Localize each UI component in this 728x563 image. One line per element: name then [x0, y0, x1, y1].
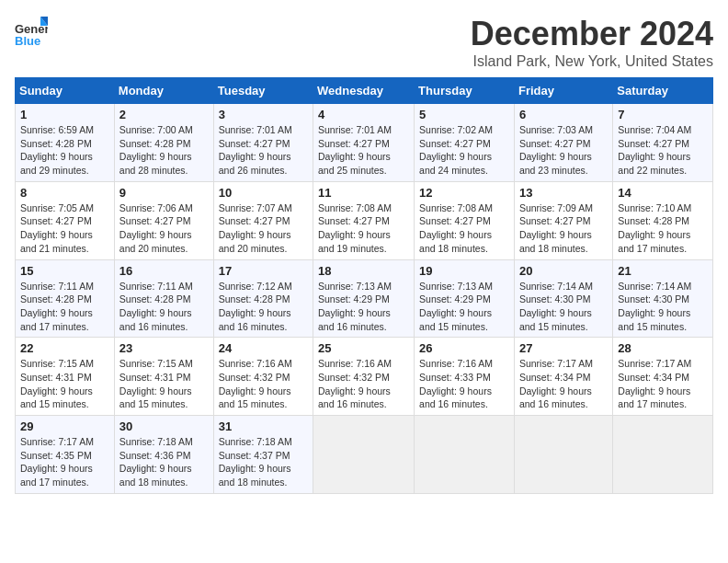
calendar-cell: 28Sunrise: 7:17 AMSunset: 4:34 PMDayligh… [613, 338, 713, 416]
day-number: 4 [318, 108, 409, 121]
calendar-cell: 24Sunrise: 7:16 AMSunset: 4:32 PMDayligh… [213, 338, 313, 416]
calendar-cell: 29Sunrise: 7:17 AMSunset: 4:35 PMDayligh… [16, 416, 115, 494]
calendar-cell: 17Sunrise: 7:12 AMSunset: 4:28 PMDayligh… [213, 259, 313, 338]
day-number: 7 [618, 108, 708, 121]
day-number: 14 [618, 186, 708, 200]
day-number: 18 [318, 264, 409, 278]
calendar-cell: 19Sunrise: 7:13 AMSunset: 4:29 PMDayligh… [415, 259, 515, 338]
day-info: Sunrise: 7:04 AMSunset: 4:27 PMDaylight:… [618, 123, 708, 178]
calendar-cell: 31Sunrise: 7:18 AMSunset: 4:37 PMDayligh… [213, 416, 313, 494]
header-saturday: Saturday [613, 78, 713, 104]
calendar-cell: 21Sunrise: 7:14 AMSunset: 4:30 PMDayligh… [613, 259, 713, 338]
day-number: 22 [20, 341, 109, 355]
day-number: 30 [119, 419, 209, 433]
calendar-table: SundayMondayTuesdayWednesdayThursdayFrid… [15, 77, 713, 494]
day-number: 20 [519, 264, 608, 278]
day-number: 8 [20, 186, 109, 200]
calendar-cell [613, 416, 713, 494]
day-info: Sunrise: 7:14 AMSunset: 4:30 PMDaylight:… [618, 280, 708, 334]
calendar-subtitle: Island Park, New York, United States [471, 53, 713, 70]
calendar-week-row: 15Sunrise: 7:11 AMSunset: 4:28 PMDayligh… [16, 259, 713, 338]
day-info: Sunrise: 7:15 AMSunset: 4:31 PMDaylight:… [20, 357, 109, 411]
day-number: 5 [419, 108, 509, 121]
calendar-cell: 11Sunrise: 7:08 AMSunset: 4:27 PMDayligh… [313, 181, 415, 259]
day-info: Sunrise: 7:11 AMSunset: 4:28 PMDaylight:… [20, 280, 109, 334]
day-number: 21 [618, 264, 708, 278]
calendar-cell: 14Sunrise: 7:10 AMSunset: 4:28 PMDayligh… [613, 181, 713, 259]
day-number: 27 [519, 341, 608, 355]
title-area: December 2024 Island Park, New York, Uni… [471, 15, 713, 70]
calendar-cell: 7Sunrise: 7:04 AMSunset: 4:27 PMDaylight… [613, 104, 713, 182]
day-info: Sunrise: 7:13 AMSunset: 4:29 PMDaylight:… [419, 280, 509, 334]
calendar-cell: 26Sunrise: 7:16 AMSunset: 4:33 PMDayligh… [415, 338, 515, 416]
calendar-cell: 10Sunrise: 7:07 AMSunset: 4:27 PMDayligh… [213, 181, 313, 259]
day-number: 19 [419, 264, 509, 278]
calendar-cell [514, 416, 612, 494]
calendar-cell: 6Sunrise: 7:03 AMSunset: 4:27 PMDaylight… [514, 104, 612, 182]
day-number: 25 [318, 341, 409, 355]
day-info: Sunrise: 7:03 AMSunset: 4:27 PMDaylight:… [519, 123, 608, 178]
header-wednesday: Wednesday [313, 78, 415, 104]
day-info: Sunrise: 6:59 AMSunset: 4:28 PMDaylight:… [20, 123, 109, 178]
day-number: 23 [119, 341, 209, 355]
day-info: Sunrise: 7:15 AMSunset: 4:31 PMDaylight:… [119, 357, 209, 411]
day-info: Sunrise: 7:18 AMSunset: 4:36 PMDaylight:… [119, 435, 209, 489]
day-number: 13 [519, 186, 608, 200]
day-info: Sunrise: 7:05 AMSunset: 4:27 PMDaylight:… [20, 201, 109, 256]
day-info: Sunrise: 7:01 AMSunset: 4:27 PMDaylight:… [219, 123, 308, 178]
day-info: Sunrise: 7:08 AMSunset: 4:27 PMDaylight:… [318, 201, 409, 256]
day-info: Sunrise: 7:11 AMSunset: 4:28 PMDaylight:… [119, 280, 209, 334]
calendar-cell [313, 416, 415, 494]
day-number: 1 [20, 108, 109, 121]
day-number: 11 [318, 186, 409, 200]
calendar-cell: 23Sunrise: 7:15 AMSunset: 4:31 PMDayligh… [114, 338, 213, 416]
day-info: Sunrise: 7:01 AMSunset: 4:27 PMDaylight:… [318, 123, 409, 178]
header: General Blue December 2024 Island Park, … [15, 15, 713, 70]
calendar-cell: 5Sunrise: 7:02 AMSunset: 4:27 PMDaylight… [415, 104, 515, 182]
day-info: Sunrise: 7:06 AMSunset: 4:27 PMDaylight:… [119, 201, 209, 256]
header-sunday: Sunday [16, 78, 115, 104]
calendar-cell: 16Sunrise: 7:11 AMSunset: 4:28 PMDayligh… [114, 259, 213, 338]
day-info: Sunrise: 7:08 AMSunset: 4:27 PMDaylight:… [419, 201, 509, 256]
calendar-header-row: SundayMondayTuesdayWednesdayThursdayFrid… [16, 78, 713, 104]
day-number: 31 [219, 419, 308, 433]
day-number: 24 [219, 341, 308, 355]
day-info: Sunrise: 7:02 AMSunset: 4:27 PMDaylight:… [419, 123, 509, 178]
day-info: Sunrise: 7:00 AMSunset: 4:28 PMDaylight:… [119, 123, 209, 178]
day-info: Sunrise: 7:16 AMSunset: 4:33 PMDaylight:… [419, 357, 509, 411]
header-monday: Monday [114, 78, 213, 104]
calendar-cell: 27Sunrise: 7:17 AMSunset: 4:34 PMDayligh… [514, 338, 612, 416]
day-number: 26 [419, 341, 509, 355]
calendar-cell: 9Sunrise: 7:06 AMSunset: 4:27 PMDaylight… [114, 181, 213, 259]
calendar-cell: 25Sunrise: 7:16 AMSunset: 4:32 PMDayligh… [313, 338, 415, 416]
day-number: 16 [119, 264, 209, 278]
day-info: Sunrise: 7:16 AMSunset: 4:32 PMDaylight:… [318, 357, 409, 411]
calendar-cell: 22Sunrise: 7:15 AMSunset: 4:31 PMDayligh… [16, 338, 115, 416]
day-number: 2 [119, 108, 209, 121]
day-info: Sunrise: 7:14 AMSunset: 4:30 PMDaylight:… [519, 280, 608, 334]
header-friday: Friday [514, 78, 612, 104]
day-info: Sunrise: 7:13 AMSunset: 4:29 PMDaylight:… [318, 280, 409, 334]
day-number: 12 [419, 186, 509, 200]
day-info: Sunrise: 7:10 AMSunset: 4:28 PMDaylight:… [618, 201, 708, 256]
calendar-title: December 2024 [471, 15, 713, 53]
calendar-cell: 1Sunrise: 6:59 AMSunset: 4:28 PMDaylight… [16, 104, 115, 182]
day-number: 29 [20, 419, 109, 433]
calendar-cell: 18Sunrise: 7:13 AMSunset: 4:29 PMDayligh… [313, 259, 415, 338]
calendar-cell: 8Sunrise: 7:05 AMSunset: 4:27 PMDaylight… [16, 181, 115, 259]
logo: General Blue [15, 15, 48, 48]
calendar-week-row: 8Sunrise: 7:05 AMSunset: 4:27 PMDaylight… [16, 181, 713, 259]
day-info: Sunrise: 7:12 AMSunset: 4:28 PMDaylight:… [219, 280, 308, 334]
calendar-cell [415, 416, 515, 494]
day-info: Sunrise: 7:17 AMSunset: 4:35 PMDaylight:… [20, 435, 109, 489]
header-thursday: Thursday [415, 78, 515, 104]
calendar-week-row: 22Sunrise: 7:15 AMSunset: 4:31 PMDayligh… [16, 338, 713, 416]
svg-text:Blue: Blue [15, 34, 40, 48]
calendar-week-row: 29Sunrise: 7:17 AMSunset: 4:35 PMDayligh… [16, 416, 713, 494]
day-number: 17 [219, 264, 308, 278]
day-number: 28 [618, 341, 708, 355]
calendar-cell: 30Sunrise: 7:18 AMSunset: 4:36 PMDayligh… [114, 416, 213, 494]
day-info: Sunrise: 7:18 AMSunset: 4:37 PMDaylight:… [219, 435, 308, 489]
day-info: Sunrise: 7:16 AMSunset: 4:32 PMDaylight:… [219, 357, 308, 411]
day-info: Sunrise: 7:07 AMSunset: 4:27 PMDaylight:… [219, 201, 308, 256]
